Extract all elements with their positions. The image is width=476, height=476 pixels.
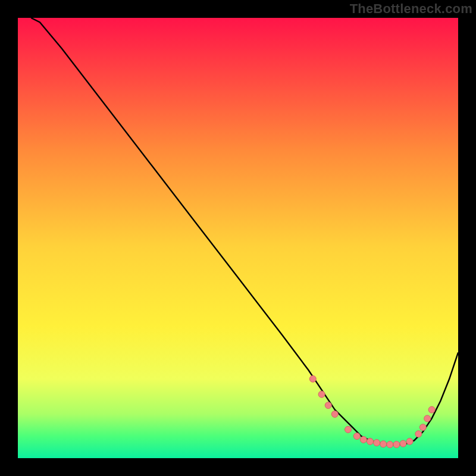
- data-dot: [400, 440, 406, 447]
- data-dot: [406, 438, 413, 444]
- data-dot: [325, 402, 331, 409]
- watermark-text: TheBottleneck.com: [350, 1, 472, 17]
- data-dot: [419, 424, 426, 431]
- data-dot: [393, 441, 400, 448]
- curve-dots: [309, 375, 435, 447]
- curve-layer: [18, 18, 458, 458]
- data-dot: [345, 426, 352, 433]
- data-dot: [353, 433, 360, 440]
- data-dot: [374, 440, 380, 446]
- chart-stage: TheBottleneck.com: [0, 0, 476, 476]
- bottleneck-curve: [31, 18, 458, 445]
- data-dot: [331, 411, 338, 418]
- data-dot: [360, 436, 367, 443]
- data-dot: [428, 406, 435, 413]
- data-dot: [318, 391, 325, 397]
- plot-area: [18, 18, 458, 458]
- data-dot: [424, 415, 431, 422]
- data-dot: [387, 441, 393, 448]
- data-dot: [309, 375, 316, 382]
- data-dot: [367, 438, 374, 444]
- data-dot: [380, 441, 387, 447]
- data-dot: [415, 431, 422, 437]
